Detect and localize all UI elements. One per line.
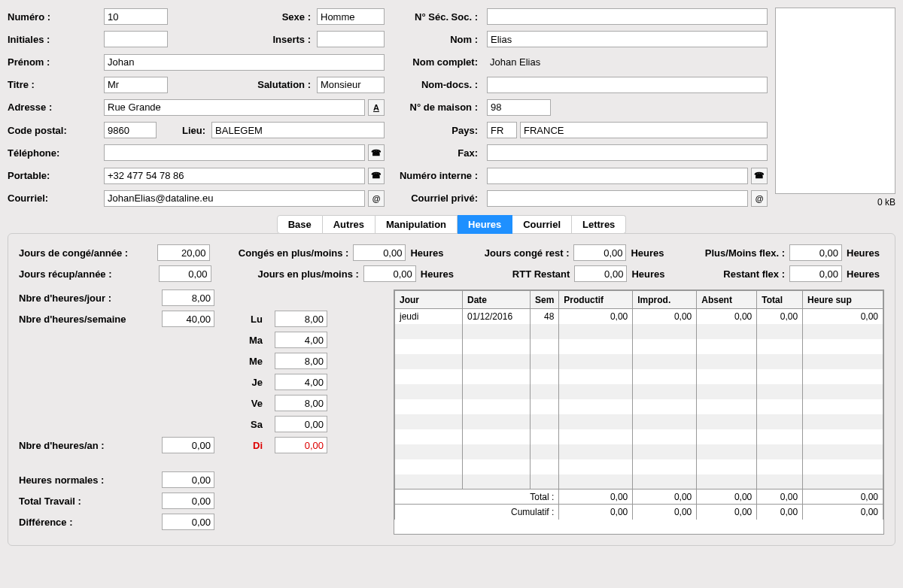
conge-rest-field[interactable]	[573, 244, 626, 261]
th-productif[interactable]: Productif	[559, 291, 633, 309]
fax-field[interactable]	[487, 144, 768, 161]
cumul-row: Cumulatif : 0,00 0,00 0,00 0,00 0,00	[395, 505, 883, 520]
payscode-field[interactable]	[487, 122, 517, 138]
recup-an-label: Jours récup/année :	[19, 268, 154, 280]
table-row[interactable]	[395, 429, 883, 444]
tab-heures[interactable]: Heures	[458, 215, 512, 234]
tot-label: Total Travail :	[19, 496, 154, 507]
numero-field[interactable]	[104, 8, 168, 25]
cell: 0,00	[803, 489, 883, 505]
hours-table[interactable]: Jour Date Sem Productif Improd. Absent T…	[394, 289, 884, 535]
tab-lettres[interactable]: Lettres	[572, 215, 626, 234]
day-di-field[interactable]	[275, 437, 327, 453]
han-field[interactable]	[162, 437, 214, 453]
initiales-field[interactable]	[104, 31, 168, 47]
titre-field[interactable]	[104, 77, 168, 93]
prenom-field[interactable]	[104, 54, 385, 71]
cell: 0,00	[559, 505, 633, 520]
day-ve-field[interactable]	[275, 395, 327, 411]
table-row[interactable]: jeudi 01/12/2016 48 0,00 0,00 0,00 0,00 …	[395, 309, 883, 324]
photo-box[interactable]	[775, 8, 895, 194]
tab-manipulation[interactable]: Manipulation	[375, 215, 458, 234]
han-label: Nbre d'heures/an :	[19, 440, 154, 451]
prenom-label: Prénom :	[8, 56, 98, 68]
table-row[interactable]	[395, 384, 883, 399]
nomdocs-field[interactable]	[487, 77, 768, 93]
cumul-label: Cumulatif :	[395, 505, 559, 520]
sexe-label: Sexe :	[282, 11, 314, 23]
th-sup[interactable]: Heure sup	[803, 291, 883, 309]
hjour-field[interactable]	[162, 289, 214, 306]
rtt-field[interactable]	[574, 265, 627, 282]
conge-pm-field[interactable]	[353, 244, 406, 261]
email-icon[interactable]: @	[751, 190, 768, 207]
nomcomplet-value: Johan Elias	[487, 56, 768, 68]
numinterne-field[interactable]	[487, 168, 748, 184]
tab-autres[interactable]: Autres	[323, 215, 375, 234]
courrielprive-field[interactable]	[487, 190, 748, 207]
th-improd[interactable]: Improd.	[633, 291, 697, 309]
recup-an-field[interactable]	[159, 265, 211, 282]
sexe-field[interactable]	[317, 8, 385, 25]
numinterne-label: Numéro interne :	[391, 170, 481, 181]
table-row[interactable]	[395, 474, 883, 489]
th-date[interactable]: Date	[463, 291, 531, 309]
tab-courriel[interactable]: Courriel	[512, 215, 572, 234]
nom-field[interactable]	[487, 31, 768, 47]
table-row[interactable]	[395, 324, 883, 339]
adresse-field[interactable]	[104, 99, 365, 116]
table-row[interactable]	[395, 444, 883, 459]
paysnom-field[interactable]	[520, 122, 768, 138]
day-ma-field[interactable]	[275, 332, 327, 348]
jours-pm-field[interactable]	[363, 265, 416, 282]
diff-field[interactable]	[162, 514, 214, 530]
cell: 0,00	[757, 489, 803, 505]
tab-base[interactable]: Base	[277, 215, 323, 234]
lieu-field[interactable]	[211, 122, 385, 138]
day-me-field[interactable]	[275, 353, 327, 369]
address-lookup-icon[interactable]: A	[368, 99, 385, 116]
nmaison-field[interactable]	[487, 99, 551, 116]
inserts-field[interactable]	[317, 31, 385, 47]
day-lu-field[interactable]	[275, 311, 327, 327]
phone-icon[interactable]: ☎	[368, 168, 385, 184]
total-label: Total :	[395, 489, 559, 505]
telephone-label: Téléphone:	[8, 147, 98, 159]
th-absent[interactable]: Absent	[697, 291, 757, 309]
portable-field[interactable]	[104, 168, 365, 184]
lieu-label: Lieu:	[182, 125, 208, 136]
th-jour[interactable]: Jour	[395, 291, 463, 309]
jours-pm-label: Jours en plus/moins :	[216, 268, 359, 280]
th-total[interactable]: Total	[757, 291, 803, 309]
day-je-field[interactable]	[275, 374, 327, 390]
email-icon[interactable]: @	[368, 190, 385, 207]
day-sa-field[interactable]	[275, 416, 327, 432]
phone-icon[interactable]: ☎	[751, 168, 768, 184]
tot-field[interactable]	[162, 493, 214, 509]
table-row[interactable]	[395, 354, 883, 369]
cell: 0,00	[757, 505, 803, 520]
cell-sup: 0,00	[803, 309, 883, 324]
table-row[interactable]	[395, 339, 883, 354]
conge-an-field[interactable]	[157, 244, 210, 261]
table-row[interactable]	[395, 459, 883, 474]
hsem-field[interactable]	[162, 311, 214, 327]
table-row[interactable]	[395, 369, 883, 384]
phone-icon[interactable]: ☎	[368, 144, 385, 161]
flex-rest-field[interactable]	[789, 265, 842, 282]
th-sem[interactable]: Sem	[531, 291, 559, 309]
table-row[interactable]	[395, 399, 883, 414]
table-row[interactable]	[395, 414, 883, 429]
day-lu-label: Lu	[230, 314, 267, 325]
codepostal-field[interactable]	[104, 122, 157, 138]
telephone-field[interactable]	[104, 144, 365, 161]
unit-label: Heures	[631, 247, 676, 259]
flex-pm-label: Plus/Moins flex. :	[680, 247, 785, 259]
salutation-field[interactable]	[317, 77, 385, 93]
courriel-field[interactable]	[104, 190, 365, 207]
secsoc-field[interactable]	[487, 8, 768, 25]
cell: 0,00	[803, 505, 883, 520]
flex-pm-field[interactable]	[789, 244, 842, 261]
pays-label: Pays:	[391, 125, 481, 136]
norm-field[interactable]	[162, 471, 214, 488]
